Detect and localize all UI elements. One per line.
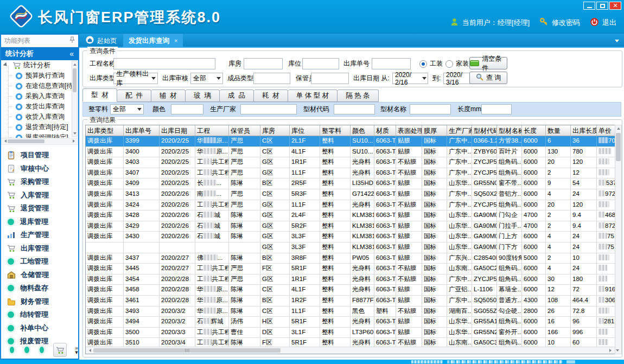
- cell-out_type[interactable]: 调拨出库: [86, 200, 124, 210]
- cell-unit_price[interactable]: 537: [597, 178, 615, 189]
- column-header[interactable]: 型材名称: [497, 125, 522, 136]
- module-dot-icon[interactable]: [24, 347, 29, 353]
- cell-order_no[interactable]: 3429: [124, 221, 160, 232]
- cell-project[interactable]: 华原...: [195, 285, 229, 295]
- cell-name[interactable]: 方管38...: [497, 136, 522, 146]
- change-password-button[interactable]: 修改密码: [539, 17, 580, 28]
- cell-surface[interactable]: 贴膜: [396, 328, 422, 338]
- cell-code[interactable]: GA50C27: [472, 264, 497, 274]
- cell-material[interactable]: 6063-T5: [374, 232, 396, 242]
- cell-code[interactable]: ZYCJP5...: [472, 157, 497, 168]
- cell-name[interactable]: 组角码...: [497, 264, 522, 274]
- cell-factory[interactable]: 湖南百...: [447, 306, 472, 317]
- cell-length[interactable]: 6000: [522, 168, 546, 178]
- minimize-button[interactable]: [583, 2, 595, 10]
- cell-surface[interactable]: 不贴膜: [396, 157, 422, 168]
- scroll-right-icon[interactable]: [609, 349, 613, 352]
- cell-unit_price[interactable]: [597, 328, 615, 338]
- cell-whole_part[interactable]: 整料: [320, 178, 351, 189]
- table-row[interactable]: 调拨出库34542020/2/28工共工程严思G区1R1F整料光身料6063-T…: [86, 274, 615, 285]
- cell-out_date[interactable]: 2020/2/26: [160, 232, 195, 242]
- scroll-right-icon[interactable]: [73, 139, 77, 143]
- cell-surface[interactable]: 不贴膜: [396, 274, 422, 285]
- tab-active-shipment-query[interactable]: 发货出库查询 ×: [123, 34, 183, 48]
- scrollbar-thumb[interactable]: [73, 68, 77, 92]
- cell-out_type[interactable]: 调拨出库: [86, 306, 124, 317]
- table-row[interactable]: 调拨出库35002020/3/3工共工程曹佳D区3L1F整料LT3P606063…: [86, 328, 615, 339]
- cell-material[interactable]: 6063-T5: [374, 210, 396, 221]
- cell-out_length[interactable]: 24: [571, 189, 597, 200]
- column-header[interactable]: 出库日期: [160, 125, 195, 136]
- cell-out_length[interactable]: 996: [571, 328, 597, 338]
- cell-whole_part[interactable]: 整料: [320, 221, 351, 232]
- cell-project[interactable]: 华原...: [195, 147, 229, 157]
- cell-order_no[interactable]: 3399: [124, 136, 160, 146]
- cell-material[interactable]: 6063-T5: [374, 168, 396, 178]
- sidebar-section-statistics[interactable]: 统计分析 «: [1, 47, 78, 60]
- cell-project[interactable]: 石城: [195, 221, 229, 232]
- sidebar-module-item[interactable]: 物料盘存: [1, 282, 78, 295]
- column-header[interactable]: 库房: [260, 125, 290, 136]
- cell-order_no[interactable]: 3413: [124, 189, 160, 200]
- table-row[interactable]: 调拨出库34582020/2/28华原...陈琳C区4L1F整料光身料6063-…: [86, 285, 615, 296]
- cell-factory[interactable]: 广东中...: [447, 296, 472, 306]
- cell-project[interactable]: 工共工程: [195, 200, 229, 210]
- material-tab[interactable]: 玻 璃: [186, 90, 220, 102]
- cell-out_type[interactable]: 调拨出库: [86, 157, 124, 168]
- cell-keeper[interactable]: 陈琳: [229, 178, 260, 189]
- cell-unit_price[interactable]: 75: [597, 242, 615, 253]
- cell-unit_price[interactable]: [597, 253, 615, 264]
- cell-whole_part[interactable]: 整料: [320, 253, 351, 264]
- sidebar-module-item[interactable]: 项目管理: [1, 149, 78, 162]
- cell-whole_part[interactable]: 整料: [320, 264, 351, 274]
- cell-order_no[interactable]: 3461: [124, 296, 160, 306]
- cell-material[interactable]: 6063-T5: [374, 296, 396, 306]
- cell-warehouse[interactable]: G区: [260, 232, 290, 242]
- cell-unit_price[interactable]: [597, 306, 615, 317]
- cell-code[interactable]: 0366-1.2: [472, 136, 497, 146]
- cell-location[interactable]: 1R2F: [290, 296, 320, 306]
- cell-order_no[interactable]: 3400: [124, 147, 160, 157]
- cell-out_length[interactable]: 24: [571, 242, 597, 253]
- length-input[interactable]: [481, 104, 512, 114]
- cell-keeper[interactable]: 陈琳: [229, 296, 260, 306]
- cell-film[interactable]: 国标: [422, 168, 447, 178]
- cell-warehouse[interactable]: G区: [260, 157, 290, 168]
- cell-warehouse[interactable]: G区: [260, 242, 290, 253]
- column-header[interactable]: 颜色: [351, 125, 374, 136]
- cell-length[interactable]: 5000: [522, 253, 546, 264]
- cell-name[interactable]: 组角码...: [497, 317, 522, 327]
- cell-whole_part[interactable]: 整料: [320, 200, 351, 210]
- cell-code[interactable]: GA90M07.: [472, 221, 497, 232]
- cell-qty[interactable]: 2: [546, 253, 571, 264]
- cell-location[interactable]: 3L3F: [290, 242, 320, 253]
- cell-color[interactable]: LI35HD: [351, 178, 374, 189]
- cell-material[interactable]: 6063-T5: [374, 274, 396, 285]
- cell-out_date[interactable]: 2020/2/26: [160, 200, 195, 210]
- cell-location[interactable]: 2L1F: [290, 136, 320, 146]
- cell-out_length[interactable]: 72.8: [571, 306, 597, 317]
- cell-unit_price[interactable]: 75: [597, 232, 615, 242]
- cell-material[interactable]: 6063-T5: [374, 189, 396, 200]
- cell-name[interactable]: 组角码...: [497, 274, 522, 285]
- cell-code[interactable]: ZYCJP5...: [472, 274, 497, 285]
- material-tab[interactable]: 成 品: [220, 90, 254, 102]
- cell-code[interactable]: SG055Z: [472, 306, 497, 317]
- cell-whole_part[interactable]: 整料: [320, 242, 351, 253]
- cell-surface[interactable]: 贴膜: [396, 210, 422, 221]
- cell-out_type[interactable]: 调拨出库: [86, 210, 124, 221]
- cell-film[interactable]: 国标: [422, 232, 447, 242]
- cell-material[interactable]: 6063-T5: [374, 317, 396, 327]
- cell-color[interactable]: F8877FT: [351, 296, 374, 306]
- cell-code[interactable]: GR55N26: [472, 328, 497, 338]
- cell-out_type[interactable]: 调拨出库: [86, 189, 124, 200]
- cell-warehouse[interactable]: C区: [260, 136, 290, 146]
- cell-warehouse[interactable]: B区: [260, 253, 290, 264]
- logout-button[interactable]: 退出: [590, 17, 616, 28]
- cell-factory[interactable]: 山东华...: [447, 328, 472, 338]
- cell-qty[interactable]: 2: [546, 210, 571, 221]
- table-row[interactable]: 调拨出库33992020/2/25华原...严思C区2L1F整料SU10...6…: [86, 136, 615, 147]
- cell-out_length[interactable]: 96: [571, 317, 597, 327]
- cell-unit_price[interactable]: [597, 274, 615, 285]
- cell-out_date[interactable]: 2020/2/25: [160, 147, 195, 157]
